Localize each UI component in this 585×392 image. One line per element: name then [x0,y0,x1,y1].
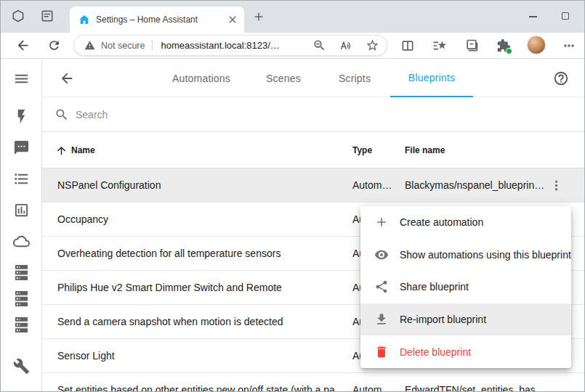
column-header-name[interactable]: Name [71,132,95,168]
share-icon [374,279,389,294]
ha-back-icon[interactable] [59,70,75,86]
row-type: Autom… [352,373,399,392]
menu-item-create-automation[interactable]: Create automation [360,206,571,239]
address-bar[interactable]: Not secure homeassistant.local:8123/… [73,35,387,56]
tab-automations[interactable]: Automations [159,60,243,97]
search-placeholder: Search [76,97,108,132]
eye-icon [374,248,389,262]
status-dot [506,48,512,54]
browser-tab[interactable]: Settings – Home Assistant [70,7,244,33]
minimize-button[interactable] [529,16,537,17]
security-label[interactable]: Not secure [101,41,145,51]
browser-window: Settings – Home Assistant Not secure hom… [0,0,585,392]
browser-toolbar: Not secure homeassistant.local:8123/… [1,33,584,59]
plus-icon [374,215,389,229]
zoom-out-icon[interactable] [312,38,326,52]
tab-strip: Settings – Home Assistant [1,1,584,33]
row-type: Autom… [352,168,399,203]
column-header-type[interactable]: Type [352,132,372,168]
tab-close-icon[interactable] [227,14,238,25]
menu-item-label: Show automations using this blueprint [400,249,571,261]
list-icon[interactable] [13,171,30,187]
menu-item-reimport-blueprint[interactable]: Re-import blueprint [360,303,571,336]
column-header-file[interactable]: File name [405,132,445,168]
menu-item-label: Delete blueprint [400,346,471,358]
flash-icon[interactable] [13,108,30,125]
server-icon[interactable] [13,264,30,281]
blueprint-context-menu: Create automation Show automations using… [360,206,571,368]
row-name: Send a camera snapshot when motion is de… [57,305,283,339]
trash-icon [374,345,389,359]
help-icon[interactable] [553,70,569,86]
table-row[interactable]: Set entities based on other entities new… [42,373,585,392]
split-screen-icon[interactable] [400,38,415,53]
sort-ascending-icon[interactable] [55,144,68,157]
collections-icon[interactable] [464,38,479,53]
ha-sidebar [1,60,42,392]
menu-item-share-blueprint[interactable]: Share blueprint [360,271,571,303]
row-name: Set entities based on other entities new… [57,373,347,392]
tab-actions-icon[interactable] [40,9,55,23]
download-icon [374,312,389,327]
home-assistant-favicon [78,14,90,25]
server-icon[interactable] [13,290,30,307]
menu-icon[interactable] [13,70,30,87]
read-aloud-icon[interactable] [339,38,353,53]
tab-scenes[interactable]: Scenes [256,60,311,97]
chart-box-icon[interactable] [13,202,30,219]
divider [152,40,153,51]
menu-item-show-automations[interactable]: Show automations using this blueprint [360,239,571,271]
row-file: EdwardTFN/set_entities_bas… [405,373,547,392]
row-name: Philips Hue v2 Smart Dimmer Switch and R… [57,271,282,305]
ha-header: Automations Scenes Scripts Blueprints [42,60,585,97]
cloud-icon[interactable] [13,233,30,250]
maximize-button[interactable] [562,12,569,20]
row-name: Sensor Light [57,339,115,373]
table-row[interactable]: NSPanel Configuration Autom… Blackymas/n… [42,168,585,203]
refresh-icon[interactable] [47,38,61,52]
wrench-icon[interactable] [13,358,30,375]
search-bar[interactable]: Search [42,97,585,132]
menu-item-label: Create automation [400,216,483,228]
url-text[interactable]: homeassistant.local:8123/… [161,40,308,51]
row-overflow-menu-icon[interactable] [549,178,564,193]
extensions-icon[interactable] [496,38,511,53]
workspaces-icon[interactable] [11,9,25,23]
search-icon [55,107,69,122]
favorites-icon[interactable] [432,38,447,53]
row-file: Blackymas/nspanel_blueprin… [405,168,547,203]
row-name: Overheating detection for all temperatur… [57,237,281,271]
row-name: Occupancy [57,203,108,237]
tab-scripts[interactable]: Scripts [328,60,382,97]
settings-more-icon[interactable] [562,38,576,53]
tab-blueprints[interactable]: Blueprints [390,60,473,97]
table-header: Name Type File name [42,132,585,168]
back-icon[interactable] [15,38,31,53]
favorite-star-icon[interactable] [366,38,379,52]
new-tab-button[interactable] [252,10,265,23]
menu-item-delete-blueprint[interactable]: Delete blueprint [360,335,571,368]
row-name: NSPanel Configuration [57,168,161,203]
server-icon[interactable] [13,317,30,333]
chat-icon[interactable] [13,139,30,156]
not-secure-warning-icon [84,40,95,51]
profile-avatar[interactable] [527,36,546,54]
tab-title: Settings – Home Assistant [96,15,227,25]
menu-item-label: Re-import blueprint [400,314,486,325]
menu-item-label: Share blueprint [400,281,469,293]
